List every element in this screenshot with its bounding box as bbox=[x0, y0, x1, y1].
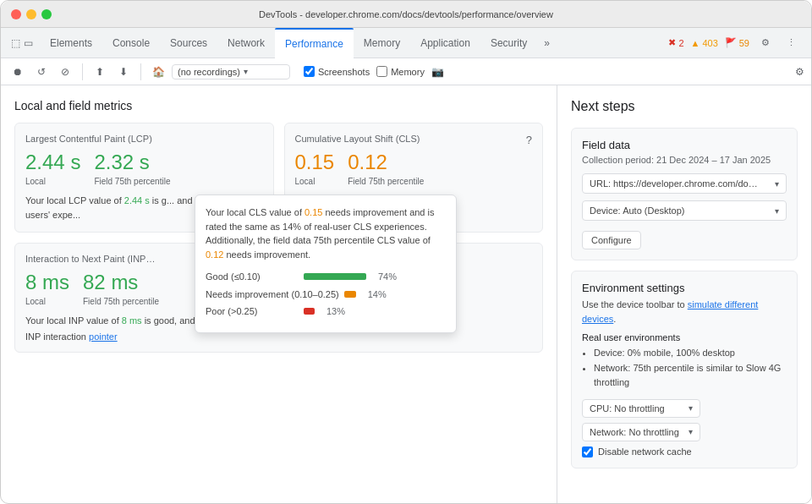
cls-field-block: 0.12 Field 75th percentile bbox=[348, 151, 424, 187]
main-content: Local and field metrics Largest Contentf… bbox=[1, 85, 811, 504]
more-options-icon[interactable]: ⋮ bbox=[782, 37, 801, 48]
cls-bar-good: Good (≤0.10) 74% bbox=[206, 270, 446, 284]
window-title: DevTools - developer.chrome.com/docs/dev… bbox=[259, 9, 553, 19]
env-settings-card: Environment settings Use the device tool… bbox=[571, 271, 798, 468]
tab-sources[interactable]: Sources bbox=[160, 28, 217, 58]
cls-needs-pct: 14% bbox=[361, 288, 387, 302]
lcp-local-value: 2.44 s bbox=[25, 151, 80, 174]
cls-field-label: Field 75th percentile bbox=[348, 176, 424, 187]
error-count: ✖ 2 bbox=[668, 37, 683, 48]
tab-security[interactable]: Security bbox=[480, 28, 537, 58]
lcp-local-label: Local bbox=[25, 176, 80, 187]
cls-values: 0.15 Local 0.12 Field 75th percentile bbox=[295, 151, 533, 187]
inp-local-label: Local bbox=[25, 296, 69, 307]
tab-network[interactable]: Network bbox=[217, 28, 275, 58]
memory-checkbox[interactable]: Memory bbox=[376, 66, 425, 77]
tab-elements[interactable]: Elements bbox=[40, 28, 102, 58]
field-data-card: Field data Collection period: 21 Dec 202… bbox=[571, 128, 798, 260]
lcp-field-label: Field 75th percentile bbox=[94, 176, 170, 187]
cpu-dropdown[interactable]: CPU: No throttling ▾ bbox=[582, 399, 700, 418]
capture-icon: 📷 bbox=[431, 66, 444, 78]
next-steps-title: Next steps bbox=[571, 99, 798, 114]
upload-button[interactable]: ⬆ bbox=[90, 62, 110, 82]
live-button[interactable]: 🏠 bbox=[148, 62, 168, 82]
reload-record-button[interactable]: ↺ bbox=[31, 62, 52, 82]
url-dropdown-chevron-icon: ▾ bbox=[775, 179, 779, 189]
cls-needs-label: Needs improvement (0.10–0.25) bbox=[206, 288, 339, 302]
cls-local-value: 0.15 bbox=[295, 151, 335, 174]
cls-local-block: 0.15 Local bbox=[295, 151, 335, 187]
cls-good-pct: 74% bbox=[371, 270, 397, 284]
env-bullet-network: Network: 75th percentile is similar to S… bbox=[594, 361, 787, 391]
disable-cache-checkbox[interactable] bbox=[582, 446, 593, 457]
network-dropdown-chevron-icon: ▾ bbox=[689, 427, 693, 436]
field-data-subtitle: Collection period: 21 Dec 2024 – 17 Jan … bbox=[582, 155, 787, 165]
network-dropdown[interactable]: Network: No throttling ▾ bbox=[582, 423, 700, 441]
minimize-button[interactable] bbox=[26, 9, 36, 19]
tabbar: ⬚ ▭ Elements Console Sources Network Per… bbox=[1, 28, 811, 58]
lcp-field-block: 2.32 s Field 75th percentile bbox=[94, 151, 170, 187]
performance-toolbar: ⏺ ↺ ⊘ ⬆ ⬇ 🏠 (no recordings) ▾ Screenshot… bbox=[1, 58, 811, 85]
inp-field-block: 82 ms Field 75th percentile bbox=[83, 271, 159, 307]
lcp-highlight: 2.44 s bbox=[124, 195, 150, 205]
cls-local-label: Local bbox=[295, 176, 335, 187]
help-icon[interactable]: ? bbox=[526, 134, 532, 146]
cls-tooltip: Your local CLS value of 0.15 needs impro… bbox=[195, 194, 457, 333]
disable-cache-row[interactable]: Disable network cache bbox=[582, 446, 787, 457]
clear-button[interactable]: ⊘ bbox=[55, 62, 75, 82]
panel-title: Local and field metrics bbox=[14, 99, 543, 112]
more-tabs-button[interactable]: » bbox=[537, 37, 557, 49]
cpu-dropdown-chevron-icon: ▾ bbox=[689, 403, 693, 413]
cls-title: Cumulative Layout Shift (CLS) bbox=[295, 134, 533, 144]
env-settings-title: Environment settings bbox=[582, 282, 787, 294]
screenshots-checkbox[interactable]: Screenshots bbox=[304, 66, 370, 77]
cls-needs-bar bbox=[344, 291, 356, 298]
devtools-icons: ⬚ ▭ bbox=[4, 37, 40, 49]
tab-console[interactable]: Console bbox=[102, 28, 160, 58]
inp-interaction-link[interactable]: pointer bbox=[89, 331, 118, 342]
maximize-button[interactable] bbox=[41, 9, 52, 19]
lcp-local-block: 2.44 s Local bbox=[25, 151, 80, 187]
lcp-title: Largest Contentful Paint (LCP) bbox=[25, 134, 263, 144]
url-dropdown[interactable]: URL: https://developer.chrome.com/do… ▾ bbox=[582, 173, 787, 194]
toolbar-settings-icon[interactable]: ⚙ bbox=[795, 66, 804, 78]
close-button[interactable] bbox=[11, 9, 21, 19]
lcp-values: 2.44 s Local 2.32 s Field 75th percentil… bbox=[25, 151, 263, 187]
titlebar: DevTools - developer.chrome.com/docs/dev… bbox=[1, 1, 811, 28]
device-dropdown[interactable]: Device: Auto (Desktop) ▾ bbox=[582, 200, 787, 221]
env-bullet-device: Device: 0% mobile, 100% desktop bbox=[594, 346, 787, 361]
device-icon[interactable]: ▭ bbox=[24, 37, 33, 49]
tab-performance[interactable]: Performance bbox=[275, 28, 354, 58]
download-button[interactable]: ⬇ bbox=[113, 62, 134, 82]
inspector-icon[interactable]: ⬚ bbox=[11, 37, 20, 49]
record-button[interactable]: ⏺ bbox=[8, 62, 28, 82]
lcp-field-value: 2.32 s bbox=[94, 151, 170, 174]
left-panel: Local and field metrics Largest Contentf… bbox=[1, 85, 557, 504]
env-desc: Use the device toolbar to simulate diffe… bbox=[582, 298, 787, 326]
settings-icon[interactable]: ⚙ bbox=[756, 37, 775, 48]
dropdown-chevron-icon: ▾ bbox=[244, 67, 248, 76]
separator2 bbox=[140, 63, 141, 80]
cls-poor-label: Poor (>0.25) bbox=[206, 304, 299, 319]
inp-local-value: 8 ms bbox=[25, 271, 69, 294]
env-bullets: Device: 0% mobile, 100% desktop Network:… bbox=[582, 346, 787, 391]
configure-button[interactable]: Configure bbox=[582, 231, 641, 249]
real-user-title: Real user environments bbox=[582, 332, 787, 342]
tooltip-highlight2: 0.12 bbox=[206, 249, 223, 260]
error-badges: ✖ 2 ▲ 403 🚩 59 ⚙ ⋮ bbox=[668, 37, 808, 48]
toolbar-options: Screenshots Memory 📷 bbox=[304, 66, 444, 78]
cls-good-bar bbox=[304, 273, 366, 280]
info-icon: 🚩 bbox=[725, 37, 737, 48]
cls-good-label: Good (≤0.10) bbox=[206, 270, 299, 284]
cls-bar-poor: Poor (>0.25) 13% bbox=[206, 304, 446, 319]
tab-memory[interactable]: Memory bbox=[354, 28, 410, 58]
cls-poor-bar bbox=[304, 308, 315, 315]
inp-highlight: 8 ms bbox=[122, 315, 142, 326]
inp-field-value: 82 ms bbox=[83, 271, 159, 294]
recordings-dropdown[interactable]: (no recordings) ▾ bbox=[172, 64, 290, 79]
disable-cache-label: Disable network cache bbox=[598, 446, 692, 457]
tooltip-text: Your local CLS value of 0.15 needs impro… bbox=[206, 205, 446, 261]
tab-application[interactable]: Application bbox=[410, 28, 480, 58]
window-controls bbox=[11, 9, 52, 19]
cls-bars: Good (≤0.10) 74% Needs improvement (0.10… bbox=[206, 270, 446, 319]
